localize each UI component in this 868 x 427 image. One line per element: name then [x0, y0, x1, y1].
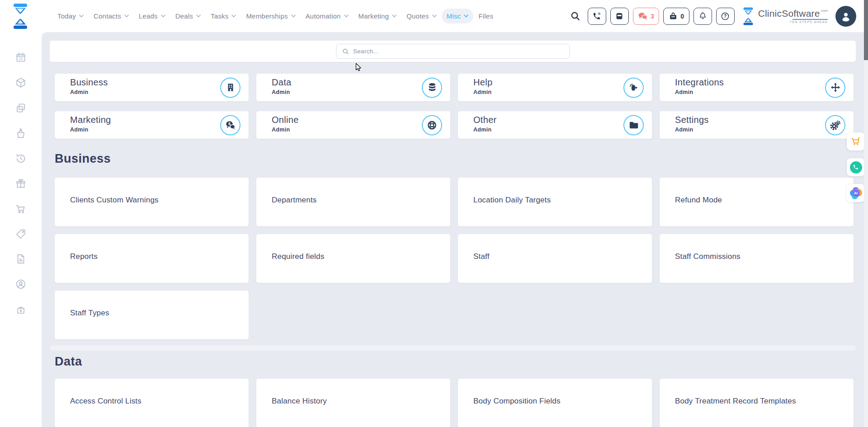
- database-icon: [427, 83, 437, 93]
- nav-item-tasks[interactable]: Tasks: [206, 9, 241, 23]
- nav-item-memberships[interactable]: Memberships: [241, 9, 300, 23]
- help-button[interactable]: ?: [716, 8, 735, 25]
- svg-text:$: $: [228, 122, 231, 126]
- sidebar-item-calendar[interactable]: 12: [12, 48, 30, 66]
- chevron-down-icon: [196, 14, 201, 18]
- nav-item-automation[interactable]: Automation: [301, 9, 354, 23]
- nav-label: Memberships: [246, 12, 288, 20]
- category-card-marketing[interactable]: Marketing Admin $: [55, 111, 249, 139]
- search-icon[interactable]: [570, 11, 581, 22]
- bell-icon: [698, 11, 708, 21]
- chevron-down-icon: [124, 14, 129, 18]
- category-card-data[interactable]: Data Admin: [256, 74, 450, 101]
- category-subtitle: Admin: [473, 127, 643, 133]
- item-card-body-composition-fields[interactable]: Body Composition Fields: [458, 379, 652, 427]
- category-card-online[interactable]: Online Admin: [256, 111, 450, 139]
- nav-item-marketing[interactable]: Marketing: [354, 9, 402, 23]
- whatsapp-icon: [850, 161, 862, 174]
- main-nav: Today Contacts Leads Deals Tasks Members…: [52, 0, 498, 32]
- nav-label: Today: [57, 12, 76, 20]
- nav-item-leads[interactable]: Leads: [134, 9, 170, 23]
- nav-item-quotes[interactable]: Quotes: [401, 9, 442, 23]
- chat-count-badge: 3: [651, 13, 654, 20]
- sidebar-item-lock[interactable]: [12, 300, 30, 319]
- brand-name: ClinicSoftware: [758, 9, 820, 18]
- sidebar-item-account[interactable]: [12, 275, 30, 293]
- bag-download-icon: [15, 127, 27, 139]
- scrollbar-track: [864, 0, 868, 427]
- sidebar-item-duplicates[interactable]: [12, 99, 30, 117]
- category-card-integrations[interactable]: Integrations Admin: [660, 74, 854, 101]
- item-card-reports[interactable]: Reports: [55, 234, 249, 283]
- sidebar-item-history[interactable]: [12, 150, 30, 168]
- category-title: Business: [70, 77, 240, 88]
- item-card-clients-custom-warnings[interactable]: Clients Custom Warnings: [55, 178, 249, 226]
- nav-item-files[interactable]: Files: [473, 9, 498, 23]
- chevron-down-icon: [432, 14, 437, 18]
- inbox-button[interactable]: [610, 8, 629, 25]
- topbar-actions: 3 0 ?: [570, 0, 856, 32]
- sidebar-item-reports[interactable]: [12, 250, 30, 268]
- item-card-staff-types[interactable]: Staff Types: [55, 291, 249, 339]
- category-subtitle: Admin: [473, 89, 643, 95]
- sidebar-item-orders[interactable]: [12, 124, 30, 142]
- ai-widget-button[interactable]: AI: [847, 184, 865, 202]
- sidebar-item-vouchers[interactable]: [12, 225, 30, 243]
- icon-ring: [825, 115, 845, 135]
- nav-item-contacts[interactable]: Contacts: [89, 9, 134, 23]
- scrollbar-thumb[interactable]: [864, 0, 868, 60]
- notifications-button[interactable]: [693, 8, 712, 25]
- category-card-other[interactable]: Other Admin: [458, 111, 652, 139]
- sidebar-item-packages[interactable]: [12, 74, 30, 92]
- sidebar-item-shop[interactable]: [12, 200, 30, 218]
- item-card-staff[interactable]: Staff: [458, 234, 652, 283]
- section-divider: [50, 346, 856, 351]
- business-items-grid: Clients Custom Warnings Departments Loca…: [55, 178, 854, 339]
- gears-icon: [830, 120, 840, 130]
- category-card-settings[interactable]: Settings Admin: [660, 111, 854, 139]
- clinicsoftware-admin-page: { "colors": { "accent_blue": "#2bb7f3", …: [0, 0, 868, 427]
- main-content: Business Admin Data Admin: [42, 32, 868, 427]
- package-icon: [15, 77, 27, 89]
- icon-ring: $: [220, 115, 241, 135]
- search-input[interactable]: [353, 48, 564, 55]
- item-title: Required fields: [272, 252, 441, 261]
- hourglass-logo-icon[interactable]: [10, 4, 31, 29]
- icon-ring: [623, 77, 644, 98]
- item-card-required-fields[interactable]: Required fields: [256, 234, 450, 283]
- search-box[interactable]: [336, 44, 570, 59]
- nav-label: Automation: [306, 12, 341, 20]
- sidebar-item-gift-vouchers[interactable]: [12, 174, 30, 192]
- help-icon: ?: [720, 11, 730, 21]
- item-card-location-daily-targets[interactable]: Location Daily Targets: [458, 178, 652, 226]
- icon-ring: [220, 77, 241, 98]
- item-card-balance-history[interactable]: Balance History: [256, 379, 450, 427]
- item-card-departments[interactable]: Departments: [256, 178, 450, 226]
- item-title: Body Treatment Record Templates: [675, 397, 844, 406]
- data-items-grid: Access Control Lists Balance History Bod…: [55, 379, 854, 427]
- lock-icon: [15, 304, 27, 315]
- item-card-refund-mode[interactable]: Refund Mode: [660, 178, 854, 226]
- chat-messages-button[interactable]: 3: [633, 8, 659, 25]
- ai-label: AI: [853, 190, 859, 197]
- voucher-icon: [15, 228, 27, 240]
- phone-button[interactable]: [588, 8, 606, 25]
- whatsapp-widget-button[interactable]: [847, 158, 865, 176]
- item-card-staff-commissions[interactable]: Staff Commissions: [660, 234, 854, 283]
- item-card-body-treatment-record-templates[interactable]: Body Treatment Record Templates: [660, 379, 854, 427]
- person-icon: [839, 9, 853, 23]
- chevron-down-icon: [291, 14, 296, 18]
- cart-widget-button[interactable]: [847, 132, 865, 150]
- item-card-access-control-lists[interactable]: Access Control Lists: [55, 379, 249, 427]
- nav-item-today[interactable]: Today: [52, 9, 89, 23]
- category-card-business[interactable]: Business Admin: [55, 74, 249, 101]
- nav-item-deals[interactable]: Deals: [170, 9, 206, 23]
- user-avatar[interactable]: [835, 6, 856, 27]
- cart-icon: [850, 136, 861, 147]
- category-card-help[interactable]: Help Admin: [458, 74, 652, 101]
- pos-button[interactable]: 0: [663, 8, 689, 25]
- hourglass-logo-icon: [741, 7, 755, 25]
- item-title: Balance History: [272, 397, 441, 406]
- nav-item-misc[interactable]: Misc: [442, 9, 474, 23]
- category-subtitle: Admin: [272, 127, 441, 133]
